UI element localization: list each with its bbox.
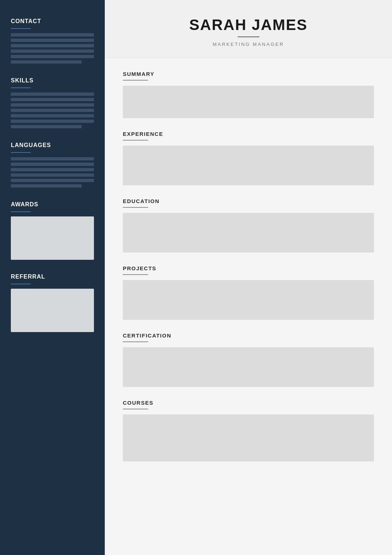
skills-underline	[11, 87, 31, 88]
summary-heading: SUMMARY	[123, 71, 374, 77]
text-line	[11, 120, 94, 123]
text-line	[11, 39, 94, 42]
text-line	[11, 44, 94, 47]
sidebar: CONTACT SKILLS LANGUAGES	[0, 0, 105, 555]
text-line	[11, 103, 94, 107]
content-body: SUMMARY EXPERIENCE EDUCATION PROJECTS CE…	[105, 58, 392, 487]
languages-lines	[11, 157, 94, 188]
text-line	[11, 163, 94, 166]
experience-placeholder	[123, 146, 374, 185]
text-line	[11, 98, 94, 101]
sidebar-section-languages: LANGUAGES	[11, 142, 94, 188]
languages-heading: LANGUAGES	[11, 142, 94, 149]
skills-heading: SKILLS	[11, 77, 94, 84]
sidebar-section-skills: SKILLS	[11, 77, 94, 128]
experience-underline	[123, 140, 148, 141]
main-content: SARAH JAMES MARKETING MANAGER SUMMARY EX…	[105, 0, 392, 555]
certification-heading: CERTIFICATION	[123, 332, 374, 339]
awards-underline	[11, 211, 31, 212]
contact-heading: CONTACT	[11, 18, 94, 25]
projects-underline	[123, 274, 148, 275]
text-line	[11, 125, 82, 128]
contact-underline	[11, 28, 31, 29]
awards-heading: AWARDS	[11, 201, 94, 208]
courses-section: COURSES	[123, 400, 374, 461]
referral-underline	[11, 284, 31, 284]
summary-placeholder	[123, 86, 374, 118]
courses-heading: COURSES	[123, 400, 374, 406]
skills-lines	[11, 92, 94, 128]
referral-heading: REFERRAL	[11, 274, 94, 280]
text-line	[11, 114, 94, 117]
text-line	[11, 157, 94, 160]
text-line	[11, 173, 94, 177]
text-line	[11, 179, 94, 182]
courses-placeholder	[123, 414, 374, 461]
summary-underline	[123, 80, 148, 81]
candidate-name: SARAH JAMES	[123, 16, 374, 34]
experience-section: EXPERIENCE	[123, 131, 374, 185]
text-line	[11, 50, 94, 53]
sidebar-section-contact: CONTACT	[11, 18, 94, 64]
courses-underline	[123, 409, 148, 409]
text-line	[11, 109, 94, 112]
candidate-title: MARKETING MANAGER	[123, 42, 374, 47]
text-line	[11, 55, 94, 58]
sidebar-section-referral: REFERRAL	[11, 274, 94, 332]
projects-heading: PROJECTS	[123, 265, 374, 271]
text-line	[11, 60, 82, 64]
header-divider	[238, 36, 259, 37]
summary-section: SUMMARY	[123, 71, 374, 118]
contact-lines	[11, 33, 94, 64]
education-heading: EDUCATION	[123, 198, 374, 204]
text-line	[11, 92, 94, 96]
text-line	[11, 184, 82, 188]
certification-underline	[123, 341, 148, 342]
header-section: SARAH JAMES MARKETING MANAGER	[105, 0, 392, 58]
projects-section: PROJECTS	[123, 265, 374, 320]
experience-heading: EXPERIENCE	[123, 131, 374, 137]
education-placeholder	[123, 213, 374, 253]
sidebar-section-awards: AWARDS	[11, 201, 94, 260]
certification-placeholder	[123, 347, 374, 387]
referral-placeholder	[11, 289, 94, 332]
certification-section: CERTIFICATION	[123, 332, 374, 387]
text-line	[11, 168, 94, 171]
languages-underline	[11, 152, 31, 153]
education-section: EDUCATION	[123, 198, 374, 253]
awards-placeholder	[11, 216, 94, 260]
projects-placeholder	[123, 280, 374, 320]
text-line	[11, 33, 94, 36]
education-underline	[123, 207, 148, 208]
